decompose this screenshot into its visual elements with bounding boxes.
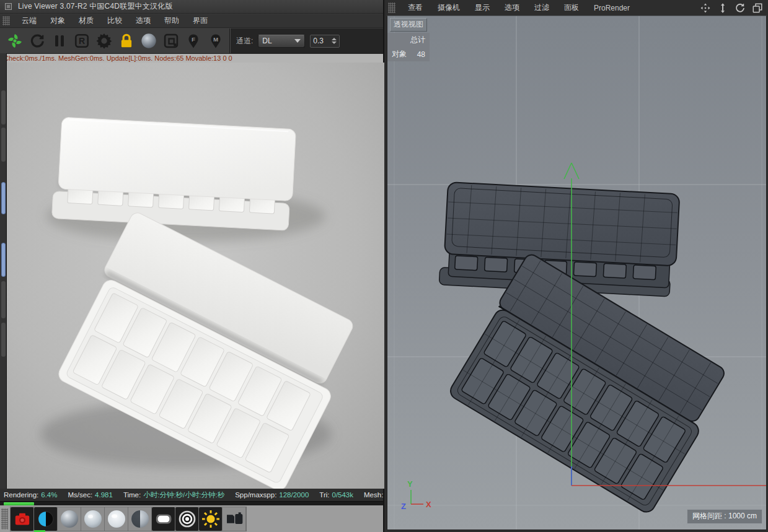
live-viewer-menubar: 云端 对象 材质 比较 选项 帮助 界面 (0, 14, 383, 28)
viewport-nav-icons (699, 2, 768, 14)
live-viewer-toolbar: R (0, 28, 383, 53)
specular-material-icon[interactable] (81, 507, 105, 531)
axis-gizmo: Y X Z (401, 479, 431, 511)
render-progressbar (0, 501, 383, 505)
pause-render-icon[interactable] (50, 31, 69, 51)
menu-interface[interactable]: 界面 (186, 14, 214, 28)
diffuse-material-icon[interactable] (34, 507, 58, 531)
menu-materials[interactable]: 材质 (72, 14, 100, 28)
rendered-palette-closed (46, 117, 325, 242)
material-dock (0, 505, 383, 532)
material-dock-tiles (10, 507, 247, 531)
dock-segment[interactable] (1, 323, 6, 357)
vp-menu-display[interactable]: 显示 (467, 0, 497, 15)
menu-objects[interactable]: 对象 (43, 14, 72, 28)
dock-segment-active[interactable] (1, 182, 6, 214)
status-label: Time: (123, 491, 141, 499)
channel-dropdown-value: DL (262, 37, 271, 45)
subsample-value: 0.3 (313, 37, 324, 45)
vp-menu-options[interactable]: 选项 (497, 0, 527, 15)
vp-menu-cameras[interactable]: 摄像机 (430, 0, 467, 15)
channel-controls: 通道: DL 0.3 (229, 28, 383, 53)
perspective-viewport[interactable]: Y X Z 透视视图 总计 对象 48 网格间距 : 1000 cm (387, 15, 767, 530)
preview-sphere-icon[interactable] (139, 31, 159, 51)
glossy-material-icon[interactable] (58, 507, 81, 531)
subsample-spinbox[interactable]: 0.3 (310, 35, 340, 48)
mix-material-icon[interactable] (128, 507, 152, 531)
menubar-grip-icon[interactable] (2, 16, 10, 25)
status-value: 小时:分钟:秒/小时:分钟:秒 (143, 491, 224, 499)
dropdown-arrow-icon (294, 39, 301, 43)
vp-menu-view[interactable]: 查看 (400, 0, 430, 15)
status-label: Tri: (319, 491, 329, 499)
restart-render-icon[interactable] (27, 31, 47, 51)
window-title: Live Viewer 3.07-R2 中国C4D联盟中文汉化版 (18, 1, 173, 12)
menu-help[interactable]: 帮助 (157, 14, 186, 28)
lock-resolution-icon[interactable] (117, 31, 136, 51)
dock-segment[interactable] (1, 128, 6, 162)
menu-compare[interactable]: 比较 (100, 14, 129, 28)
axis-z-label: Z (401, 502, 406, 511)
area-light-icon[interactable] (152, 507, 175, 531)
status-value: 4.981 (95, 491, 113, 499)
dock-segment[interactable] (1, 281, 6, 318)
viewport-menubar-grip-icon[interactable] (388, 2, 395, 14)
viewport-window: 查看 摄像机 显示 选项 过滤 面板 ProRender (386, 0, 768, 532)
render-camera-icon[interactable] (11, 507, 34, 531)
spin-up-icon[interactable] (332, 38, 337, 40)
rotate-view-icon[interactable] (733, 2, 747, 14)
hdri-environment-icon[interactable] (223, 507, 246, 531)
wireframe-palette-open[interactable] (445, 252, 734, 515)
reset-icon[interactable]: R (72, 31, 92, 51)
octane-logo-icon[interactable] (5, 31, 25, 51)
glass-material-icon[interactable] (105, 507, 128, 531)
axis-x-label: X (426, 500, 431, 509)
daylight-icon[interactable] (199, 507, 223, 531)
svg-text:F: F (192, 36, 195, 43)
hud-total-label: 总计 (410, 35, 425, 45)
view-label[interactable]: 透视视图 (390, 18, 427, 32)
vp-menu-filter[interactable]: 过滤 (527, 0, 557, 15)
status-label: Mesh: (364, 491, 383, 499)
menu-cloud[interactable]: 云端 (15, 14, 43, 28)
vp-menu-prorender[interactable]: ProRender (586, 1, 637, 15)
status-value: 0/543k (332, 491, 353, 499)
status-label: Spp/maxspp: (235, 491, 276, 499)
status-value: 6.4% (41, 491, 57, 499)
spin-down-icon[interactable] (332, 41, 337, 44)
zoom-view-icon[interactable] (716, 2, 730, 14)
axis-y-label: Y (407, 479, 413, 489)
pan-view-icon[interactable] (699, 2, 712, 14)
channel-label: 通道: (236, 36, 253, 46)
svg-text:R: R (79, 36, 85, 46)
hud-objects-label: 对象 (392, 49, 407, 59)
status-label: Ms/sec: (68, 491, 92, 499)
viewport-menubar: 查看 摄像机 显示 选项 过滤 面板 ProRender (386, 0, 768, 15)
render-statusbar: Rendering:6.4% Ms/sec:4.981 Time:小时:分钟:秒… (0, 489, 383, 501)
live-viewer-window: Live Viewer 3.07-R2 中国C4D联盟中文汉化版 云端 对象 材… (0, 0, 384, 532)
vp-menu-panel[interactable]: 面板 (557, 0, 586, 15)
hud-objects-count: 48 (417, 50, 425, 59)
status-value: 128/2000 (279, 491, 309, 499)
octane-debug-statusline: Check:0ms./1ms. MeshGen:0ms. Update[L]:0… (0, 53, 383, 63)
channel-dropdown[interactable]: DL (258, 35, 305, 48)
dock-segment-active[interactable] (1, 243, 6, 277)
status-label: Rendering: (4, 491, 38, 499)
toggle-layout-icon[interactable] (751, 2, 764, 14)
dock-grip-icon[interactable] (1, 508, 8, 530)
render-view[interactable] (0, 63, 384, 489)
scene-stats-hud: 总计 对象 48 (387, 33, 430, 61)
focus-picker-icon[interactable]: F (183, 31, 203, 51)
material-picker-icon[interactable]: M (206, 31, 226, 51)
svg-text:M: M (213, 36, 218, 43)
window-icon (5, 3, 12, 10)
dock-segment[interactable] (1, 90, 6, 124)
ies-light-icon[interactable] (175, 507, 199, 531)
application-root: Live Viewer 3.07-R2 中国C4D联盟中文汉化版 云端 对象 材… (0, 0, 768, 532)
render-region-icon[interactable] (161, 31, 181, 51)
live-viewer-titlebar[interactable]: Live Viewer 3.07-R2 中国C4D联盟中文汉化版 (0, 0, 383, 14)
settings-gear-icon[interactable] (94, 31, 114, 51)
toolbar-button-group: R (0, 28, 229, 53)
left-edge-dock (0, 53, 7, 489)
menu-options[interactable]: 选项 (129, 14, 157, 28)
